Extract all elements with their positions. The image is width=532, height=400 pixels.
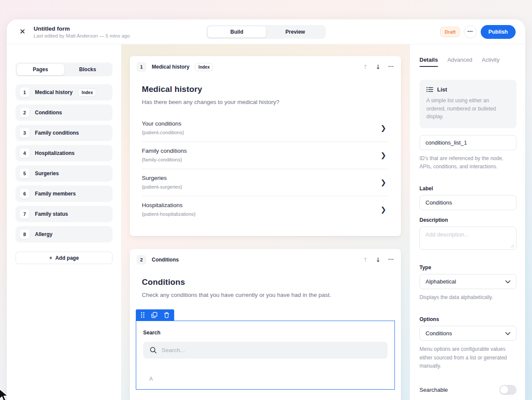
page-label: Family conditions	[35, 130, 79, 136]
block-search-label: Search	[143, 330, 388, 336]
list-block-selected[interactable]: Search A	[136, 321, 395, 390]
resize-handle-icon[interactable]	[510, 244, 514, 248]
card-title: Conditions	[152, 257, 179, 263]
selected-block-wrapper: Search A	[136, 309, 395, 390]
form-title: Untitled form	[34, 25, 130, 32]
drag-handle-icon[interactable]	[141, 312, 145, 318]
page-number: 5	[20, 169, 29, 178]
card-header: 2 Conditions ↑ ↓ •••	[130, 249, 401, 269]
tab-preview[interactable]: Preview	[266, 26, 325, 38]
move-up-button[interactable]: ↑	[363, 256, 368, 263]
add-page-label: Add page	[55, 255, 79, 261]
type-field-label: Type	[419, 265, 516, 271]
block-id-input[interactable]	[419, 135, 516, 150]
block-toolbar	[136, 309, 174, 321]
card-actions: ↑ ↓ •••	[363, 63, 394, 70]
pages-list: 1 Medical history Index 2 Conditions 3 F…	[16, 84, 113, 243]
add-page-button[interactable]: + Add page	[16, 252, 113, 264]
inspector-tabs: Details Advanced Activity	[419, 57, 516, 67]
page-number: 2	[20, 108, 29, 117]
options-field-label: Options	[419, 316, 516, 322]
page-item-hospitalizations[interactable]: 4 Hospitalizations	[16, 145, 113, 161]
top-bar-actions: Draft ••• Publish	[440, 25, 516, 39]
page-description: Check any conditions that you have curre…	[142, 292, 387, 298]
page-item-family-members[interactable]: 6 Family members	[16, 186, 113, 202]
type-help: Displays the data alphabetically.	[419, 293, 516, 302]
card-body: Conditions Check any conditions that you…	[130, 269, 401, 400]
publish-button[interactable]: Publish	[481, 25, 516, 39]
alpha-section-letter: A	[149, 376, 388, 382]
link-row-hospitalizations[interactable]: Hospitalizations {patient-hospitalizatio…	[142, 196, 387, 223]
tab-blocks[interactable]: Blocks	[64, 64, 112, 75]
label-input[interactable]	[419, 195, 516, 210]
page-item-conditions[interactable]: 2 Conditions	[16, 104, 113, 121]
top-bar: ✕ Untitled form Last edited by Matt Ande…	[7, 19, 525, 44]
last-edited-text: Last edited by Matt Anderson — 5 mins ag…	[34, 33, 130, 38]
card-menu-button[interactable]: •••	[388, 64, 394, 70]
page-number: 8	[20, 230, 29, 239]
block-type-title: List	[437, 86, 447, 93]
type-select-value: Alphabetical	[426, 278, 456, 285]
page-description: Has there been any changes to your medic…	[142, 99, 387, 105]
search-input[interactable]	[162, 347, 381, 353]
close-icon: ✕	[19, 27, 25, 36]
card-menu-button[interactable]: •••	[388, 257, 394, 263]
move-up-button[interactable]: ↑	[363, 63, 368, 70]
page-label: Surgeries	[35, 170, 59, 176]
ellipsis-icon: •••	[468, 29, 473, 34]
move-down-button[interactable]: ↓	[376, 63, 381, 70]
options-select[interactable]: Conditions	[419, 326, 516, 341]
move-down-button[interactable]: ↓	[376, 256, 381, 263]
type-select[interactable]: Alphabetical	[419, 274, 516, 289]
close-button[interactable]: ✕	[16, 26, 28, 38]
trash-icon[interactable]	[164, 312, 169, 318]
tab-details[interactable]: Details	[419, 57, 438, 67]
block-type-description: A simple list using either an ordered, n…	[426, 97, 510, 121]
link-title: Your conditions	[142, 120, 184, 127]
chevron-right-icon: ❯	[381, 124, 386, 132]
page-heading: Conditions	[142, 277, 387, 287]
page-heading: Medical history	[142, 85, 387, 94]
card-header: 1 Medical history Index ↑ ↓ •••	[130, 56, 401, 76]
searchable-row: Searchable	[419, 385, 516, 395]
inspector-panel: Details Advanced Activity List A simple …	[410, 44, 525, 400]
duplicate-icon[interactable]	[151, 312, 157, 318]
searchable-toggle[interactable]	[499, 385, 516, 395]
page-label: Conditions	[35, 110, 62, 116]
tab-activity[interactable]: Activity	[482, 57, 499, 67]
tab-advanced[interactable]: Advanced	[448, 57, 473, 67]
block-search-box	[143, 342, 388, 359]
description-textarea[interactable]	[419, 227, 516, 250]
link-row-surgeries[interactable]: Surgeries {patient-surgeries} ❯	[142, 169, 387, 196]
more-menu-button[interactable]: •••	[464, 25, 477, 38]
link-row-your-conditions[interactable]: Your conditions {patient-conditions} ❯	[142, 115, 387, 142]
index-link-list: Your conditions {patient-conditions} ❯ F…	[142, 115, 387, 223]
form-builder-window: ✕ Untitled form Last edited by Matt Ande…	[7, 19, 525, 400]
options-help: Menu options are configurable values eit…	[419, 345, 516, 370]
link-title: Hospitalizations	[142, 202, 196, 208]
list-icon	[426, 87, 433, 92]
chevron-right-icon: ❯	[381, 151, 386, 159]
link-row-family-conditions[interactable]: Family conditions {family-conditions} ❯	[142, 142, 387, 169]
link-id: {patient-surgeries}	[142, 184, 182, 189]
page-label: Allergy	[35, 231, 53, 237]
page-card-conditions: 2 Conditions ↑ ↓ ••• Conditions Check an…	[130, 249, 401, 400]
page-number: 6	[20, 189, 29, 198]
page-item-allergy[interactable]: 8 Allergy	[16, 226, 113, 243]
card-actions: ↑ ↓ •••	[363, 256, 394, 263]
card-title: Medical history	[152, 64, 189, 70]
form-title-block: Untitled form Last edited by Matt Anders…	[34, 25, 130, 38]
page-label: Medical history	[35, 89, 72, 95]
tab-pages[interactable]: Pages	[17, 64, 64, 75]
tab-build[interactable]: Build	[208, 26, 266, 38]
chevron-down-icon	[505, 332, 510, 335]
sidebar-tabs: Pages Blocks	[16, 63, 113, 76]
page-label: Family status	[35, 211, 68, 217]
page-item-family-conditions[interactable]: 3 Family conditions	[16, 125, 113, 141]
page-item-medical-history[interactable]: 1 Medical history Index	[16, 84, 113, 101]
link-id: {patient-conditions}	[142, 130, 184, 135]
page-item-family-status[interactable]: 7 Family status	[16, 206, 113, 222]
link-title: Family conditions	[142, 148, 187, 154]
page-item-surgeries[interactable]: 5 Surgeries	[16, 165, 113, 182]
searchable-label: Searchable	[419, 387, 448, 393]
